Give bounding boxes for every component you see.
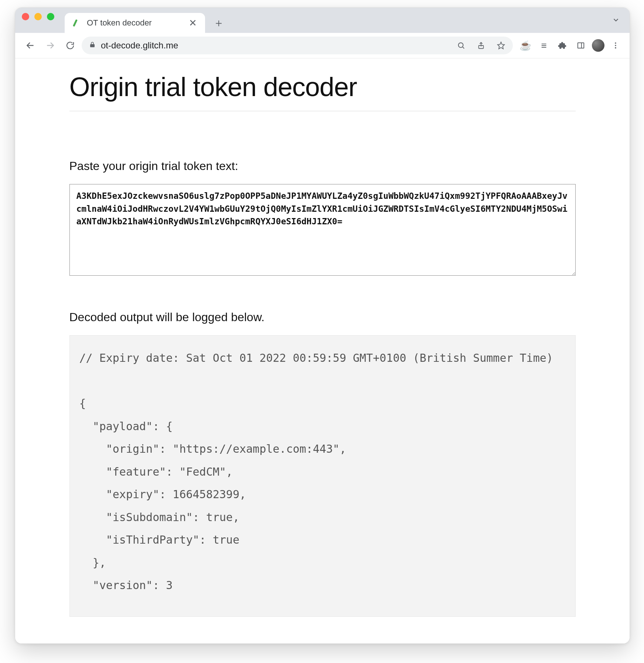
svg-rect-0 [73, 19, 78, 27]
back-button[interactable] [22, 37, 39, 54]
tab-search-button[interactable] [612, 16, 620, 26]
page-title: Origin trial token decoder [69, 72, 576, 102]
address-bar[interactable]: ot-decode.glitch.me [82, 37, 513, 54]
svg-rect-7 [578, 43, 584, 48]
bookmark-star-icon[interactable] [494, 38, 508, 53]
side-panel-icon[interactable] [573, 38, 588, 53]
search-icon[interactable] [454, 38, 468, 53]
close-tab-button[interactable]: ✕ [188, 18, 198, 28]
toolbar: ot-decode.glitch.me ☕ ≡ [15, 33, 630, 58]
output-label: Decoded output will be logged below. [69, 310, 576, 324]
extension-icons: ☕ ≡ [518, 38, 623, 53]
share-icon[interactable] [474, 38, 488, 53]
close-window-button[interactable] [22, 13, 29, 20]
svg-point-3 [459, 43, 463, 48]
tab-strip: OT token decoder ✕ ＋ [15, 8, 630, 33]
decoded-output: // Expiry date: Sat Oct 01 2022 00:59:59… [69, 335, 576, 617]
page-viewport: Origin trial token decoder Paste your or… [15, 58, 630, 643]
url-text[interactable]: ot-decode.glitch.me [101, 40, 449, 51]
extensions-puzzle-icon[interactable] [555, 38, 570, 53]
svg-point-10 [615, 45, 616, 46]
window-controls [22, 7, 54, 33]
token-input[interactable] [69, 184, 576, 276]
maximize-window-button[interactable] [47, 13, 54, 20]
tab-favicon [73, 18, 82, 27]
lock-icon[interactable] [89, 41, 96, 50]
tab-title: OT token decoder [87, 18, 183, 28]
minimize-window-button[interactable] [34, 13, 42, 20]
reload-button[interactable] [62, 37, 79, 54]
new-tab-button[interactable]: ＋ [210, 14, 227, 31]
profile-avatar[interactable] [592, 39, 604, 52]
coffee-extension-icon[interactable]: ☕ [518, 38, 533, 53]
title-divider [69, 111, 576, 111]
active-tab[interactable]: OT token decoder ✕ [65, 13, 205, 33]
browser-window: OT token decoder ✕ ＋ [15, 7, 630, 644]
svg-point-9 [615, 42, 616, 44]
kebab-menu-icon[interactable] [608, 38, 623, 53]
forward-button[interactable] [42, 37, 59, 54]
orange-extension-icon[interactable]: ≡ [536, 38, 551, 53]
svg-line-4 [463, 47, 464, 48]
svg-marker-6 [498, 42, 504, 49]
svg-point-11 [615, 47, 616, 49]
input-label: Paste your origin trial token text: [69, 159, 576, 173]
